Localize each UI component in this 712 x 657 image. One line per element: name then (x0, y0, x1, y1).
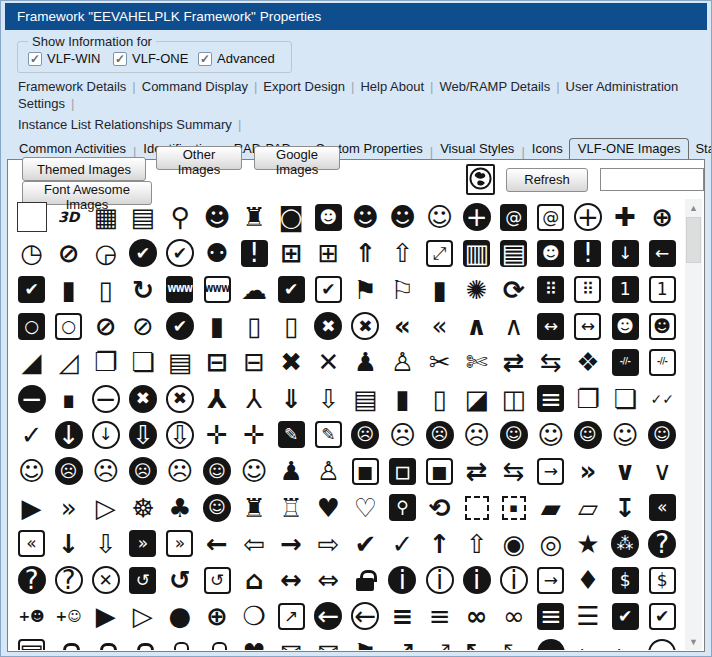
icon-move-arrows-solid[interactable]: ✛ (198, 417, 235, 453)
icon-event-calendar-outline[interactable]: ▪ (421, 453, 458, 489)
vertical-scrollbar[interactable]: ▲ ▼ (685, 199, 702, 650)
icon-accessibility-person[interactable]: ⚲ (161, 199, 198, 235)
icon-face-wink-solid[interactable]: ☺ (198, 453, 235, 489)
icon-selected-blank[interactable] (13, 199, 50, 235)
icon-calculator-outline[interactable]: ⠿ (569, 272, 606, 308)
icon-history-box-solid[interactable]: ↺ (124, 562, 161, 598)
checkbox-Advanced[interactable]: ✓Advanced (198, 51, 283, 66)
icon-gps-fixed-target[interactable]: ◉ (495, 526, 532, 562)
icon-comment-bubble-outline[interactable]: ❍ (236, 598, 273, 634)
icon-playlist-add-outline[interactable]: +≡ (607, 635, 644, 650)
icon-sort-bars-left-solid[interactable]: ≡ (384, 598, 421, 634)
icon-face-smile-outline[interactable]: ☺ (607, 417, 644, 453)
icon-globe-language[interactable]: ⊕ (198, 598, 235, 634)
icon-assignment-returned-down[interactable]: ↓ (607, 235, 644, 271)
icon-face-smile-solid[interactable]: ☺ (569, 417, 606, 453)
icon-address-book-outline[interactable]: ▤ (124, 199, 161, 235)
icon-account-balance-bank[interactable]: ♜ (236, 199, 273, 235)
icon-extension-puzzle[interactable]: ♣ (161, 489, 198, 525)
icon-close-x-solid[interactable]: ✖ (273, 344, 310, 380)
icon-event-calendar-solid-a[interactable]: ▪ (347, 453, 384, 489)
link-help-about[interactable]: Help About (360, 79, 424, 94)
icon-chevrons-left-solid[interactable]: « (384, 308, 421, 344)
icon-event-available-solid[interactable]: ✔ (273, 272, 310, 308)
icon-invert-colors-drop[interactable]: ♦ (569, 562, 606, 598)
icon-compare-box-outline[interactable]: ↔ (569, 308, 606, 344)
icon-person-standing-solid[interactable]: ♟ (273, 453, 310, 489)
icon-assignment-ind-person[interactable]: ☻ (532, 235, 569, 271)
icon-face-sad-outline[interactable]: ☹ (87, 453, 124, 489)
icon-block-slash-outline[interactable]: ⊘ (124, 308, 161, 344)
icon-apps-grid-solid[interactable]: ⊞ (273, 235, 310, 271)
icon-chevrons-up-outline[interactable]: ∧ (495, 308, 532, 344)
icon-history-box-outline[interactable]: ↺ (198, 562, 235, 598)
icon-check-thin-outline[interactable]: ✓ (384, 526, 421, 562)
icon-calendar-1-solid[interactable]: 1 (607, 272, 644, 308)
icon-chevrons-left-outline[interactable]: « (421, 308, 458, 344)
icon-invoice-dollar-solid[interactable]: $ (607, 562, 644, 598)
link-command-display[interactable]: Command Display (142, 79, 248, 94)
icon-repeat-arrows-outline[interactable]: ⇆ (532, 344, 569, 380)
icon-arrow-right-solid[interactable]: → (273, 526, 310, 562)
icon-arrow-down-circle-outline[interactable]: ↓ (87, 417, 124, 453)
icon-web-asset-lines[interactable]: ▤ (161, 344, 198, 380)
icon-document-lines-solid[interactable]: ▤ (347, 380, 384, 416)
icon-flip-to-front-dashed[interactable]: ▪ (495, 489, 532, 525)
icon-cancel-circle-outline[interactable]: ✖ (161, 380, 198, 416)
icon-times-circle-solid[interactable]: ✖ (310, 308, 347, 344)
icon-find-replace[interactable]: ⟲ (421, 489, 458, 525)
icon-block-slash-solid[interactable]: ⊘ (87, 308, 124, 344)
icon-delete-trash[interactable]: ∎ (50, 380, 87, 416)
scrollbar-up-arrow-icon[interactable]: ▲ (685, 199, 702, 216)
link-web-ramp-details[interactable]: Web/RAMP Details (439, 79, 550, 94)
icon-folder-outline[interactable]: ▱ (569, 489, 606, 525)
icon-content-cut-scissors-solid[interactable]: ✂ (421, 344, 458, 380)
icon-move-arrows-outline[interactable]: ✛ (236, 417, 273, 453)
icon-person-add-solid[interactable]: +☻ (13, 598, 50, 634)
icon-list-check-box-outline[interactable]: ✔ (644, 598, 681, 634)
icon-star-solid[interactable]: ★ (569, 526, 606, 562)
icon-launch-external[interactable]: ↗ (273, 598, 310, 634)
icon-remove-circle-solid[interactable]: − (13, 380, 50, 416)
icon-assignment-return-left[interactable]: ← (644, 235, 681, 271)
icon-camera-outline[interactable]: ○ (50, 308, 87, 344)
icon-bug-report[interactable]: ✺ (458, 272, 495, 308)
icon-business-person-outline[interactable]: ♙ (384, 344, 421, 380)
icon-exit-to-app-box[interactable]: → (532, 453, 569, 489)
icon-sort-bars-left-outline[interactable]: ≡ (421, 598, 458, 634)
icon-info-circle-outline[interactable]: i (421, 562, 458, 598)
icon-favorite-heart-solid[interactable]: ♥ (310, 489, 347, 525)
icon-arrow-down-outline[interactable]: ⇩ (87, 526, 124, 562)
icon-group-dots-circle[interactable]: ⁂ (607, 526, 644, 562)
icon-edit-pencil-box-solid[interactable]: ✎ (273, 417, 310, 453)
icon-address-book-solid[interactable]: ▦ (87, 199, 124, 235)
icon-remove-circle-outline[interactable]: − (87, 380, 124, 416)
icon-close-x-outline[interactable]: ✕ (310, 344, 347, 380)
icon-cached-sync-arrows[interactable]: ⟳ (495, 272, 532, 308)
icon-bookmark-outline[interactable]: ⚐ (384, 272, 421, 308)
icon-aspect-ratio-box[interactable]: ⤢ (421, 235, 458, 271)
icon-android-robot[interactable]: ⚉ (198, 235, 235, 271)
icon-event-calendar-solid-b[interactable]: ▫ (384, 453, 421, 489)
icon-alarm-off[interactable]: ⊘ (50, 235, 87, 271)
icon-folder-solid[interactable]: ▰ (532, 489, 569, 525)
icon-file-corner-outline[interactable]: ❏ (607, 380, 644, 416)
icon-mailbox-flag-solid[interactable]: ⚑ (347, 635, 384, 650)
icon-arrow-down-hollow-solid[interactable]: ⇩ (124, 417, 161, 453)
icon-arrow-down-hollow-outline[interactable]: ⇩ (161, 417, 198, 453)
icon-factory-outline[interactable]: ♖ (273, 489, 310, 525)
button-google-images[interactable]: Google Images (254, 146, 340, 170)
icon-account-circle-solid[interactable]: ☻ (384, 199, 421, 235)
icon-more-ellipsis-circle-outline[interactable]: ⋯ (644, 635, 681, 650)
icon-clipboard-solid[interactable]: ▯ (236, 308, 273, 344)
icon-book-bookmark-solid[interactable]: ▮ (421, 272, 458, 308)
icon-arrow-left-outline[interactable]: ⇦ (236, 526, 273, 562)
icon-alarm-clock[interactable]: ◷ (13, 235, 50, 271)
checkbox-VLF-WIN[interactable]: ✓VLF-WIN (28, 51, 113, 66)
icon-fast-forward-box-outline[interactable]: » (161, 526, 198, 562)
link-instance-list-relationships-summary[interactable]: Instance List Relationships Summary (18, 117, 232, 132)
icon-link-chain-solid[interactable]: ∞ (458, 598, 495, 634)
icon-content-cut-scissors-outline[interactable]: ✄ (458, 344, 495, 380)
icon-loyalty-tag-heart[interactable]: ♥ (236, 635, 273, 650)
icon-arrow-left-circle-outline[interactable]: ← (347, 598, 384, 634)
